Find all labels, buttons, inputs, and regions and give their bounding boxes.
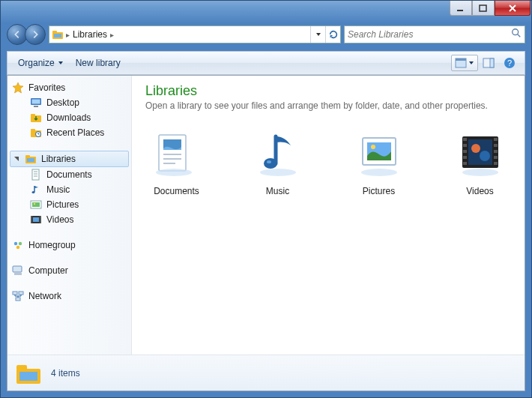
- new-library-button[interactable]: New library: [70, 55, 127, 71]
- nav-label: Pictures: [46, 199, 79, 210]
- svg-rect-33: [33, 217, 39, 222]
- documents-icon: [30, 169, 42, 181]
- minimize-button[interactable]: [450, 1, 472, 16]
- computer-icon: [12, 265, 24, 277]
- nav-label: Computer: [28, 265, 68, 276]
- preview-pane-button[interactable]: [478, 55, 499, 71]
- svg-rect-23: [27, 158, 34, 162]
- nav-label: Homegroup: [28, 240, 76, 250]
- search-input[interactable]: [348, 29, 511, 40]
- svg-point-28: [32, 191, 35, 193]
- page-title: Libraries: [145, 83, 511, 99]
- pictures-icon: [30, 199, 42, 211]
- library-item-pictures[interactable]: Pictures: [348, 127, 410, 196]
- new-library-label: New library: [76, 58, 121, 68]
- svg-point-5: [513, 29, 519, 35]
- nav-recent[interactable]: Recent Places: [7, 125, 131, 140]
- address-bar[interactable]: ▸ Libraries ▸: [49, 25, 341, 43]
- nav-videos[interactable]: Videos: [7, 212, 131, 227]
- nav-buttons: [7, 24, 46, 45]
- view-button[interactable]: [451, 55, 478, 71]
- status-bar: 4 items: [7, 355, 525, 391]
- organize-button[interactable]: Organize: [12, 55, 70, 71]
- svg-rect-35: [40, 216, 41, 223]
- nav-documents[interactable]: Documents: [7, 167, 131, 182]
- breadcrumb[interactable]: ▸ Libraries ▸: [66, 29, 310, 40]
- svg-rect-0: [457, 10, 463, 11]
- content-pane: Libraries Open a library to see your fil…: [132, 76, 525, 355]
- address-dropdown[interactable]: [310, 26, 325, 43]
- refresh-button[interactable]: [325, 26, 340, 43]
- preview-pane-icon: [483, 58, 495, 68]
- item-label: Music: [247, 186, 309, 196]
- nav-pictures[interactable]: Pictures: [7, 197, 131, 212]
- videos-icon: [453, 127, 507, 181]
- svg-rect-39: [13, 266, 22, 272]
- library-item-music[interactable]: Music: [247, 127, 309, 196]
- organize-label: Organize: [18, 58, 55, 68]
- search-box[interactable]: [344, 25, 525, 43]
- expand-icon: [13, 155, 20, 163]
- library-item-videos[interactable]: Videos: [449, 127, 511, 196]
- search-icon: [511, 28, 522, 41]
- svg-rect-17: [31, 114, 35, 116]
- svg-rect-69: [494, 150, 498, 153]
- nav-libraries[interactable]: Libraries: [10, 151, 129, 167]
- svg-rect-70: [494, 156, 498, 159]
- svg-point-56: [371, 145, 375, 149]
- nav-label: Videos: [46, 214, 73, 225]
- svg-rect-71: [494, 162, 498, 165]
- svg-rect-68: [494, 144, 498, 147]
- svg-rect-63: [463, 144, 467, 147]
- nav-homegroup[interactable]: Homegroup: [7, 238, 131, 253]
- svg-text:?: ?: [507, 58, 512, 67]
- svg-rect-24: [32, 169, 39, 180]
- svg-point-31: [34, 203, 35, 205]
- libraries-icon: [15, 360, 42, 387]
- svg-rect-34: [31, 216, 32, 223]
- svg-rect-43: [16, 298, 20, 301]
- svg-point-53: [361, 169, 397, 176]
- svg-rect-65: [463, 156, 467, 159]
- item-label: Videos: [449, 186, 511, 196]
- nav-network[interactable]: Network: [7, 289, 131, 304]
- nav-label: Downloads: [46, 112, 91, 123]
- navigation-pane: Favorites Desktop Downloads Recent Place…: [7, 76, 132, 355]
- svg-rect-59: [468, 139, 492, 165]
- nav-label: Music: [46, 184, 70, 195]
- svg-rect-40: [14, 273, 22, 275]
- window-controls: [450, 1, 531, 16]
- breadcrumb-item[interactable]: Libraries: [73, 29, 107, 40]
- nav-desktop[interactable]: Desktop: [7, 95, 131, 110]
- split: Favorites Desktop Downloads Recent Place…: [7, 76, 525, 355]
- navigation-row: ▸ Libraries ▸: [7, 22, 525, 46]
- titlebar: [1, 1, 531, 22]
- forward-button[interactable]: [25, 24, 46, 45]
- svg-rect-30: [32, 202, 40, 207]
- nav-favorites[interactable]: Favorites: [7, 80, 131, 95]
- desktop-icon: [30, 97, 42, 109]
- svg-point-49: [156, 169, 192, 176]
- chevron-down-icon: [468, 60, 474, 66]
- svg-rect-22: [25, 155, 30, 157]
- svg-rect-15: [34, 106, 38, 107]
- svg-point-50: [260, 169, 296, 176]
- nav-music[interactable]: Music: [7, 182, 131, 197]
- svg-rect-14: [32, 100, 40, 104]
- svg-point-36: [14, 242, 17, 245]
- maximize-button[interactable]: [472, 1, 495, 16]
- svg-line-6: [518, 34, 521, 37]
- nav-computer[interactable]: Computer: [7, 263, 131, 278]
- svg-rect-10: [490, 58, 494, 67]
- help-button[interactable]: ?: [499, 55, 520, 71]
- explorer-window: ▸ Libraries ▸ Organize New library: [0, 0, 532, 398]
- homegroup-icon: [12, 239, 24, 251]
- close-button[interactable]: [495, 1, 531, 16]
- library-item-documents[interactable]: Documents: [145, 127, 208, 196]
- nav-downloads[interactable]: Downloads: [7, 110, 131, 125]
- svg-point-37: [19, 242, 22, 245]
- documents-icon: [150, 127, 204, 181]
- network-icon: [12, 290, 24, 302]
- svg-rect-1: [480, 5, 486, 11]
- svg-point-61: [480, 151, 490, 161]
